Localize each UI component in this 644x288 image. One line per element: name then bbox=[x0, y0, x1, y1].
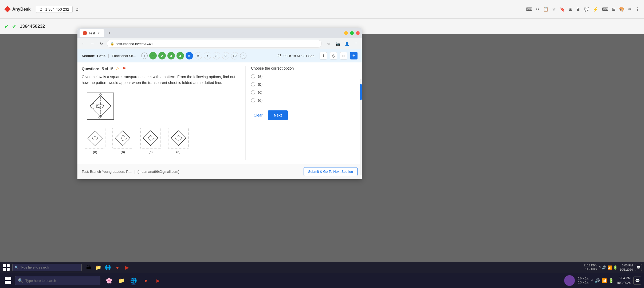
qnum-8[interactable]: 8 bbox=[213, 52, 220, 59]
inner-app-red1[interactable]: ● bbox=[113, 263, 122, 272]
tray-volume-icon[interactable]: 🔊 bbox=[595, 278, 600, 283]
svg-line-15 bbox=[95, 138, 98, 140]
tray-chevron-icon[interactable]: ^ bbox=[591, 279, 593, 282]
pencil-icon[interactable]: ✏ bbox=[628, 7, 632, 12]
taskbar-app-folder[interactable]: 📁 bbox=[116, 275, 127, 286]
option-row-a[interactable]: (a) bbox=[251, 74, 358, 78]
browser-tab[interactable]: Test × bbox=[80, 29, 104, 37]
inner-app-explorer[interactable]: 🏔 bbox=[84, 263, 93, 272]
svg-line-4 bbox=[100, 106, 104, 109]
taskbar-app-chrome[interactable]: 🌐 bbox=[128, 275, 139, 286]
browser-forward-button[interactable]: → bbox=[89, 40, 96, 47]
qnav-next-button[interactable]: › bbox=[240, 53, 246, 59]
qnum-7[interactable]: 7 bbox=[204, 52, 211, 59]
svg-rect-12 bbox=[85, 128, 105, 148]
tab-close-button[interactable]: × bbox=[97, 31, 101, 35]
taskbar-app-hummingbird[interactable]: 🌸 bbox=[104, 275, 114, 286]
url-bar[interactable]: 🔒 test.imocha.io/test/0/4/1 bbox=[107, 40, 322, 48]
inner-app-folder[interactable]: 📁 bbox=[94, 263, 103, 272]
inner-app-chrome[interactable]: 🌐 bbox=[104, 263, 112, 272]
scrollbar[interactable] bbox=[360, 79, 362, 175]
inner-battery-icon[interactable]: 🔋 bbox=[613, 265, 618, 270]
notification-icon: 💬 bbox=[635, 278, 640, 283]
flag-icon[interactable]: ⚑ bbox=[122, 66, 126, 71]
browser-back-button[interactable]: ← bbox=[80, 40, 87, 47]
qnav-prev-button[interactable]: ‹ bbox=[141, 53, 148, 59]
qnum-10[interactable]: 10 bbox=[231, 52, 238, 59]
option-row-b[interactable]: (b) bbox=[251, 82, 358, 86]
keyboard-icon[interactable]: ⌨ bbox=[526, 7, 532, 12]
extend-icon[interactable]: ⊞ bbox=[569, 7, 572, 12]
screenshot-button[interactable]: 📷 bbox=[334, 40, 341, 47]
inner-search-placeholder: Type here to search bbox=[20, 266, 49, 269]
inner-wifi-icon[interactable]: 📶 bbox=[607, 265, 612, 270]
taskbar-search-input[interactable] bbox=[25, 279, 79, 283]
taskbar-search-box[interactable]: 🔍 bbox=[15, 276, 100, 285]
inner-taskbar: 🔍 Type here to search 🏔 📁 🌐 ● ▶ 215.8 KB… bbox=[0, 262, 644, 273]
new-tab-button[interactable]: + bbox=[106, 29, 113, 37]
qnum-2[interactable]: 2 bbox=[158, 52, 166, 59]
option-radio-d[interactable] bbox=[251, 98, 255, 102]
clipboard-icon[interactable]: 📋 bbox=[543, 7, 548, 12]
options-figures: (a) (b) bbox=[84, 127, 189, 154]
bookmark-star-button[interactable]: ☆ bbox=[325, 40, 332, 47]
option-row-c[interactable]: (c) bbox=[251, 90, 358, 94]
connection-id-display: 1 364 450 232 bbox=[45, 7, 69, 11]
inner-search-box[interactable]: 🔍 Type here to search bbox=[12, 264, 82, 271]
option-radio-c[interactable] bbox=[251, 90, 255, 94]
user-button[interactable]: 👤 bbox=[343, 40, 351, 47]
qnum-4[interactable]: 4 bbox=[176, 52, 184, 59]
scroll-thumb[interactable] bbox=[360, 84, 362, 100]
add-button[interactable]: + bbox=[350, 52, 358, 59]
keyboard2-icon[interactable]: ⌨ bbox=[602, 7, 608, 12]
monitor2-icon[interactable]: 🖥 bbox=[576, 7, 580, 12]
browser-refresh-button[interactable]: ↻ bbox=[98, 40, 105, 47]
screen-button[interactable]: ⊞ bbox=[340, 52, 347, 59]
notification-button[interactable]: 💬 bbox=[633, 277, 641, 285]
browser-close-button[interactable] bbox=[356, 31, 360, 35]
more-icon[interactable]: ⋮ bbox=[635, 7, 640, 12]
taskbar-profile-button[interactable] bbox=[564, 275, 575, 286]
option-row-d[interactable]: (d) bbox=[251, 98, 358, 102]
grid-icon[interactable]: ⊞ bbox=[612, 7, 615, 12]
filter-button[interactable]: ⛗ bbox=[330, 52, 337, 59]
paint-icon[interactable]: 🎨 bbox=[619, 7, 625, 12]
svg-line-37 bbox=[175, 138, 178, 141]
option-radio-b[interactable] bbox=[251, 82, 255, 86]
qnum-9[interactable]: 9 bbox=[222, 52, 229, 59]
inner-volume-icon[interactable]: 🔊 bbox=[602, 265, 606, 270]
lightning-icon[interactable]: ⚡ bbox=[593, 7, 598, 12]
option-radio-a[interactable] bbox=[251, 74, 255, 78]
more-options-button[interactable]: ⋮ bbox=[352, 40, 360, 47]
info-button[interactable]: ℹ bbox=[320, 52, 327, 59]
windows-logo bbox=[5, 277, 11, 284]
inner-app-red2[interactable]: ▶ bbox=[123, 263, 131, 272]
qnum-3[interactable]: 3 bbox=[167, 52, 175, 59]
submit-section-button[interactable]: Submit & Go To Next Section bbox=[304, 167, 358, 176]
start-button[interactable] bbox=[3, 275, 13, 286]
scissors-icon[interactable]: ✂ bbox=[536, 7, 539, 12]
chat-icon[interactable]: 💬 bbox=[584, 7, 589, 12]
browser-minimize-button[interactable]: − bbox=[344, 31, 348, 35]
browser-maximize-button[interactable] bbox=[350, 31, 354, 35]
inner-chevron-icon[interactable]: ^ bbox=[599, 265, 601, 270]
tray-battery-icon[interactable]: 🔋 bbox=[608, 278, 614, 283]
q-total: 15 bbox=[109, 67, 113, 71]
qnum-6[interactable]: 6 bbox=[195, 52, 202, 59]
tray-network-icon[interactable]: 📶 bbox=[602, 278, 607, 283]
anydesk-id-box: 🖥 1 364 450 232 bbox=[36, 6, 73, 13]
clear-button[interactable]: Clear bbox=[251, 111, 265, 119]
qnum-5[interactable]: 5 bbox=[186, 52, 193, 59]
warning-icon[interactable]: ⚠ bbox=[116, 66, 120, 71]
inner-start-button[interactable] bbox=[2, 263, 11, 272]
footer-divider: | bbox=[134, 170, 135, 174]
inner-notification-button[interactable]: 💬 bbox=[635, 264, 642, 271]
star-icon[interactable]: ☆ bbox=[552, 7, 556, 12]
taskbar-app-red1[interactable]: ● bbox=[140, 275, 151, 286]
bookmark-icon[interactable]: 🔖 bbox=[560, 7, 565, 12]
next-button[interactable]: Next bbox=[268, 110, 288, 120]
url-text: test.imocha.io/test/0/4/1 bbox=[116, 42, 153, 46]
opt-d-label: (d) bbox=[176, 150, 180, 154]
qnum-1[interactable]: 1 bbox=[149, 52, 157, 59]
taskbar-app-red2[interactable]: ▶ bbox=[153, 275, 163, 286]
